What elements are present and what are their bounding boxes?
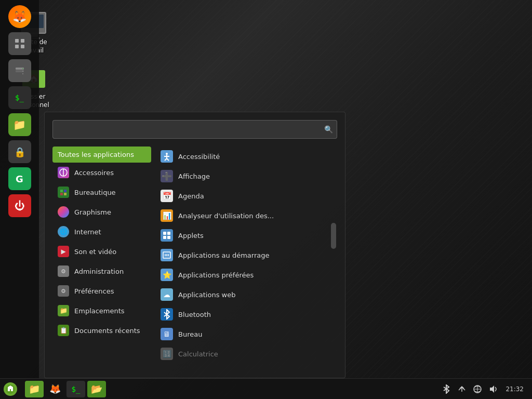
taskbar-firefox[interactable]: 🦊: [46, 381, 64, 397]
app-applets[interactable]: Applets: [156, 225, 337, 245]
all-apps-label: Toutes les applications: [58, 151, 134, 158]
menu-search-container: 🔍: [52, 120, 337, 139]
accessibility-label: Accessibilité: [178, 153, 220, 161]
app-bluetooth[interactable]: Bluetooth: [156, 304, 337, 324]
app-preferees[interactable]: ⭐ Applications préférées: [156, 265, 337, 285]
tray-connections-icon[interactable]: [472, 384, 483, 394]
category-emplacements[interactable]: 📁 Emplacements: [52, 301, 151, 321]
panel-firefox[interactable]: 🦊: [8, 5, 31, 28]
svg-rect-22: [167, 232, 170, 235]
search-icon[interactable]: 🔍: [324, 125, 333, 134]
svg-rect-13: [64, 190, 66, 192]
category-internet[interactable]: 🌐 Internet: [52, 222, 151, 242]
svg-rect-1: [21, 39, 24, 43]
panel-power[interactable]: ⏻: [8, 194, 31, 217]
tray-volume-icon[interactable]: [488, 384, 498, 394]
svg-rect-0: [15, 39, 19, 43]
menu-categories: Toutes les applications Accessoires Bure…: [52, 147, 151, 370]
category-son-video[interactable]: ▶ Son et vidéo: [52, 242, 151, 261]
webapps-icon: ☁: [161, 288, 173, 301]
bluetooth-label: Bluetooth: [178, 311, 211, 318]
app-calculatrice[interactable]: 🔢 Calculatrice: [156, 344, 337, 364]
svg-rect-3: [21, 45, 24, 48]
category-graphisme[interactable]: Graphisme: [52, 202, 151, 222]
bureau-label: Bureau: [178, 330, 202, 338]
accessories-cat-icon: [58, 167, 69, 178]
category-bureautique[interactable]: Bureautique: [52, 182, 151, 202]
bureautique-cat-icon: [58, 187, 69, 198]
system-tray: 21:32: [441, 384, 532, 394]
category-docs-recents[interactable]: 📋 Documents récents: [52, 321, 151, 340]
svg-marker-34: [490, 385, 494, 393]
svg-point-7: [22, 68, 23, 69]
affichage-icon: ➕: [161, 170, 173, 182]
tray-clock[interactable]: 21:32: [503, 384, 526, 394]
svg-rect-15: [64, 193, 66, 195]
search-input[interactable]: [52, 120, 337, 139]
svg-rect-2: [15, 45, 19, 48]
svg-line-20: [167, 158, 169, 161]
admin-cat-icon: ⚙: [58, 265, 69, 277]
webapps-label: Applications web: [178, 291, 235, 299]
app-analyseur[interactable]: 📊 Analyseur d'utilisation des...: [156, 206, 337, 225]
demarrage-icon: [161, 249, 173, 261]
emplacements-cat-icon: 📁: [58, 305, 69, 316]
svg-rect-12: [60, 190, 63, 192]
bureautique-label: Bureautique: [74, 189, 116, 196]
internet-label: Internet: [74, 228, 101, 236]
docs-recents-label: Documents récents: [74, 327, 140, 335]
bluetooth-icon: [161, 308, 173, 321]
taskbar-mint-button[interactable]: [0, 379, 21, 400]
tray-bluetooth-icon[interactable]: [441, 384, 451, 394]
graphisme-label: Graphisme: [74, 208, 111, 216]
category-all-apps[interactable]: Toutes les applications: [52, 147, 151, 163]
son-video-label: Son et vidéo: [74, 248, 116, 256]
menu-content: Toutes les applications Accessoires Bure…: [52, 147, 337, 370]
left-panel: 🦊 $_ 📁 🔒 G ⏻: [0, 0, 39, 378]
agenda-icon: 📅: [161, 190, 173, 202]
preferees-label: Applications préférées: [178, 271, 254, 279]
agenda-label: Agenda: [178, 192, 204, 200]
tray-network-icon[interactable]: [457, 384, 467, 394]
panel-appgrid[interactable]: [8, 32, 31, 55]
emplacements-label: Emplacements: [74, 307, 125, 315]
svg-rect-21: [163, 232, 166, 235]
panel-terminal[interactable]: $_: [8, 86, 31, 109]
category-accessories[interactable]: Accessoires: [52, 163, 151, 182]
scroll-indicator[interactable]: [331, 223, 336, 249]
category-administration[interactable]: ⚙ Administration: [52, 261, 151, 281]
applets-label: Applets: [178, 232, 204, 240]
taskbar: 📁 🦊 $_ 📂 21:32: [0, 378, 532, 399]
demarrage-label: Applications au démarrage: [178, 251, 269, 259]
app-accessibility[interactable]: Accessibilité: [156, 147, 337, 166]
calculatrice-icon: 🔢: [161, 348, 173, 360]
app-agenda[interactable]: 📅 Agenda: [156, 186, 337, 206]
administration-label: Administration: [74, 268, 124, 275]
panel-files[interactable]: 📁: [8, 113, 31, 136]
svg-point-8: [22, 71, 23, 72]
app-webapps[interactable]: ☁ Applications web: [156, 285, 337, 304]
taskbar-files2[interactable]: 📂: [87, 381, 106, 397]
desktop: Poste de travail 🏠 Dossier personnel 🦊: [0, 0, 532, 399]
app-affichage[interactable]: ➕ Affichage: [156, 166, 337, 186]
svg-point-9: [22, 73, 23, 74]
taskbar-terminal[interactable]: $_: [66, 381, 85, 397]
svg-point-16: [166, 153, 168, 155]
analyseur-icon: 📊: [161, 209, 173, 222]
internet-cat-icon: 🌐: [58, 226, 69, 237]
panel-grammarly[interactable]: G: [8, 167, 31, 190]
calculatrice-label: Calculatrice: [178, 350, 218, 358]
preferees-icon: ⭐: [161, 269, 173, 281]
app-bureau[interactable]: 🖥 Bureau: [156, 324, 337, 344]
accessibility-icon: [161, 150, 173, 163]
category-preferences[interactable]: ⚙ Préférences: [52, 281, 151, 301]
svg-rect-24: [167, 236, 170, 239]
applets-icon: [161, 229, 173, 242]
taskbar-files1[interactable]: 📁: [25, 381, 44, 397]
app-demarrage[interactable]: Applications au démarrage: [156, 245, 337, 265]
bureau-icon: 🖥: [161, 328, 173, 340]
preferences-label: Préférences: [74, 287, 114, 295]
panel-lock[interactable]: 🔒: [8, 140, 31, 163]
panel-storage[interactable]: [8, 59, 31, 82]
sonvideo-cat-icon: ▶: [58, 246, 69, 257]
